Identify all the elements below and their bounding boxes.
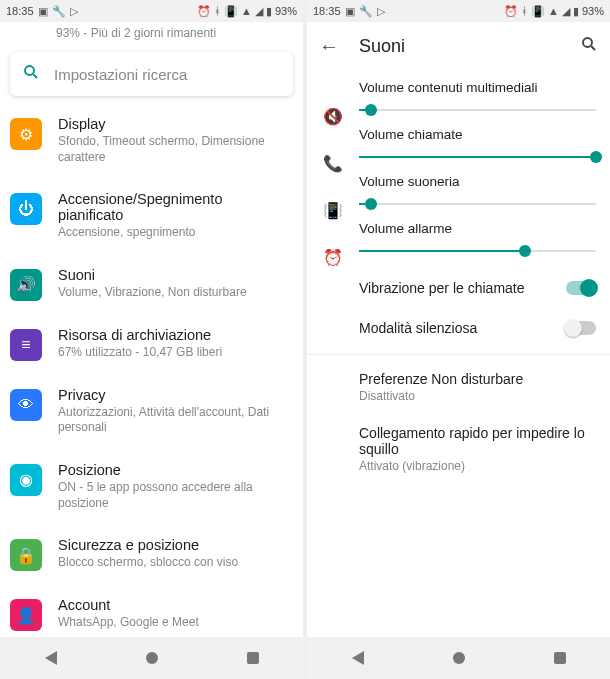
wrench-icon: 🔧 (359, 6, 373, 17)
phone-icon: 📞 (323, 154, 343, 173)
security-icon: 🔒 (10, 539, 42, 571)
settings-item-power-schedule[interactable]: ⏻ Accensione/Spegnimento pianificato Acc… (0, 179, 303, 255)
search-icon (22, 63, 40, 86)
search-icon[interactable] (580, 35, 598, 58)
slider-calls-volume: Volume chiamate 📞 (359, 127, 596, 158)
nav-home-icon[interactable] (146, 652, 158, 664)
nav-bar (307, 637, 610, 679)
image-icon: ▣ (38, 6, 48, 17)
battery-icon: ▮ (573, 6, 579, 17)
page-title: Suoni (359, 36, 405, 57)
vibrate-icon: 📳 (224, 6, 238, 17)
display-icon: ⚙ (10, 118, 42, 150)
account-icon: 👤 (10, 599, 42, 631)
wifi-icon: ▲ (241, 6, 252, 17)
play-icon: ▷ (70, 6, 78, 17)
location-icon: ◉ (10, 464, 42, 496)
signal-icon: ◢ (562, 6, 570, 17)
power-icon: ⏻ (10, 193, 42, 225)
app-bar: ← Suoni (307, 22, 610, 70)
battery-icon: ▮ (266, 6, 272, 17)
search-placeholder: Impostazioni ricerca (54, 66, 187, 83)
svg-line-1 (33, 74, 37, 78)
slider-ring-volume: Volume suoneria 📳 (359, 174, 596, 205)
toggle-on-icon (566, 281, 596, 295)
vibrate-icon: 📳 (323, 201, 343, 220)
slider-alarm-volume: Volume allarme ⏰ (359, 221, 596, 252)
svg-point-2 (583, 38, 592, 47)
status-time: 18:35 (6, 5, 34, 17)
settings-item-location[interactable]: ◉ Posizione ON - 5 le app possono accede… (0, 450, 303, 525)
alarm-icon: ⏰ (504, 6, 518, 17)
storage-icon: ≡ (10, 329, 42, 361)
right-phone-screen: 18:35 ▣ 🔧 ▷ ⏰ ᚼ 📳 ▲ ◢ ▮ 93% ← Suoni Volu… (307, 0, 610, 679)
calls-slider[interactable] (359, 156, 596, 158)
signal-icon: ◢ (255, 6, 263, 17)
sound-icon: 🔊 (10, 269, 42, 301)
battery-text: 93% (275, 5, 297, 17)
settings-list: 93% - Più di 2 giorni rimanenti Impostaz… (0, 22, 303, 637)
nav-back-icon[interactable] (45, 651, 57, 665)
bluetooth-icon: ᚼ (214, 6, 221, 17)
nav-bar (0, 637, 303, 679)
settings-item-storage[interactable]: ≡ Risorsa di archiviazione 67% utilizzat… (0, 315, 303, 375)
back-icon[interactable]: ← (319, 35, 339, 58)
partial-battery-subtitle: 93% - Più di 2 giorni rimanenti (0, 22, 303, 46)
ring-slider[interactable] (359, 203, 596, 205)
toggle-off-icon (566, 321, 596, 335)
nav-recent-icon[interactable] (554, 652, 566, 664)
switch-silent-mode[interactable]: Modalità silenziosa (359, 308, 596, 348)
alarm-icon: ⏰ (197, 6, 211, 17)
play-icon: ▷ (377, 6, 385, 17)
alarm-slider[interactable] (359, 250, 596, 252)
nav-home-icon[interactable] (453, 652, 465, 664)
pref-ring-shortcut[interactable]: Collegamento rapido per impedire lo squi… (359, 415, 596, 485)
vibrate-icon: 📳 (531, 6, 545, 17)
search-settings[interactable]: Impostazioni ricerca (10, 52, 293, 96)
settings-item-sounds[interactable]: 🔊 Suoni Volume, Vibrazione, Non disturba… (0, 255, 303, 315)
status-bar: 18:35 ▣ 🔧 ▷ ⏰ ᚼ 📳 ▲ ◢ ▮ 93% (307, 0, 610, 22)
wifi-icon: ▲ (548, 6, 559, 17)
alarm-clock-icon: ⏰ (323, 248, 343, 267)
slider-media-volume: Volume contenuti multimediali 🔇 (359, 80, 596, 111)
privacy-icon: 👁 (10, 389, 42, 421)
media-slider[interactable] (359, 109, 596, 111)
status-time: 18:35 (313, 5, 341, 17)
nav-back-icon[interactable] (352, 651, 364, 665)
settings-item-account[interactable]: 👤 Account WhatsApp, Google e Meet (0, 585, 303, 637)
settings-item-display[interactable]: ⚙ Display Sfondo, Timeout schermo, Dimen… (0, 104, 303, 179)
left-phone-screen: 18:35 ▣ 🔧 ▷ ⏰ ᚼ 📳 ▲ ◢ ▮ 93% 93% - Più di… (0, 0, 303, 679)
settings-item-privacy[interactable]: 👁 Privacy Autorizzazioni, Attività dell'… (0, 375, 303, 450)
battery-text: 93% (582, 5, 604, 17)
nav-recent-icon[interactable] (247, 652, 259, 664)
divider (307, 354, 610, 355)
image-icon: ▣ (345, 6, 355, 17)
settings-item-security[interactable]: 🔒 Sicurezza e posizione Blocco schermo, … (0, 525, 303, 585)
status-bar: 18:35 ▣ 🔧 ▷ ⏰ ᚼ 📳 ▲ ◢ ▮ 93% (0, 0, 303, 22)
pref-dnd[interactable]: Preferenze Non disturbare Disattivato (359, 361, 596, 415)
bluetooth-icon: ᚼ (521, 6, 528, 17)
media-mute-icon: 🔇 (323, 107, 343, 126)
wrench-icon: 🔧 (52, 6, 66, 17)
svg-line-3 (591, 46, 595, 50)
svg-point-0 (25, 66, 34, 75)
switch-vibrate-calls[interactable]: Vibrazione per le chiamate (359, 268, 596, 308)
